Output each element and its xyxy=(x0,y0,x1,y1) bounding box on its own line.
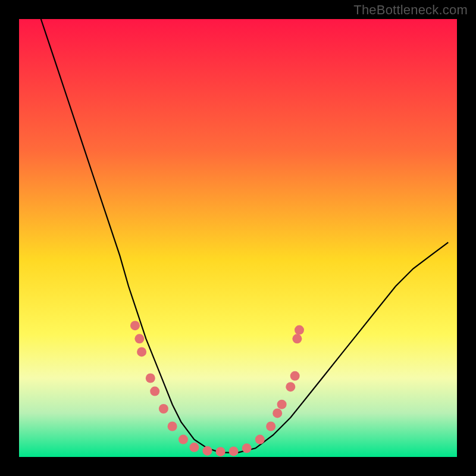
marker-dot xyxy=(168,422,177,431)
marker-dot xyxy=(229,446,239,456)
plot-area xyxy=(19,19,457,457)
marker-dot xyxy=(150,387,159,396)
marker-dot xyxy=(178,435,188,444)
marker-dot xyxy=(286,382,295,392)
marker-dot xyxy=(273,408,282,418)
watermark-text: TheBottleneck.com xyxy=(353,2,468,18)
marker-dot xyxy=(292,334,302,343)
marker-dot xyxy=(203,446,212,456)
marker-dot xyxy=(159,404,168,414)
marker-dot xyxy=(130,321,140,330)
marker-dot xyxy=(134,334,144,343)
marker-dot xyxy=(137,347,146,356)
marker-dot xyxy=(189,443,199,452)
marker-dot xyxy=(216,447,226,456)
marker-dot xyxy=(146,374,155,383)
marker-dot xyxy=(255,435,265,444)
chart-svg xyxy=(0,0,476,476)
marker-dot xyxy=(266,422,275,431)
marker-dot xyxy=(277,400,287,409)
marker-dot xyxy=(290,371,300,381)
chart-frame xyxy=(0,0,476,476)
marker-dot xyxy=(242,443,252,453)
marker-dot xyxy=(295,325,304,335)
